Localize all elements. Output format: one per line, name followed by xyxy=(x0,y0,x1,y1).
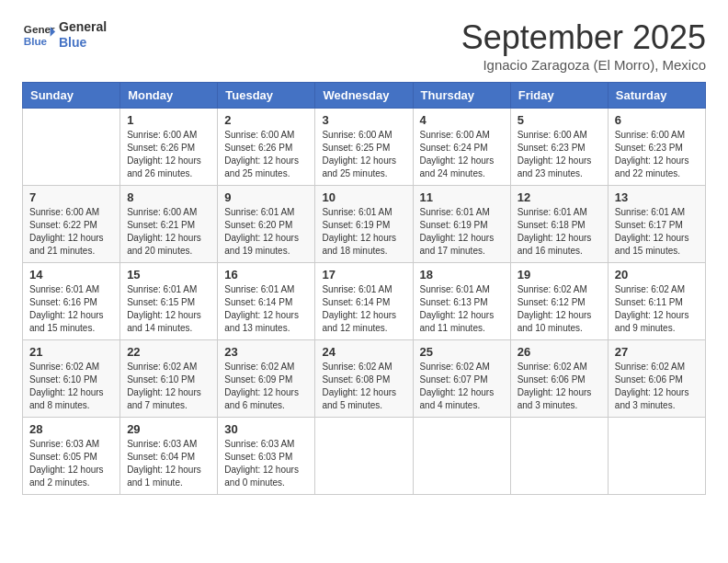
calendar-day-cell: 26Sunrise: 6:02 AM Sunset: 6:06 PM Dayli… xyxy=(510,340,608,418)
weekday-header-cell: Wednesday xyxy=(315,83,413,109)
calendar-day-cell: 11Sunrise: 6:01 AM Sunset: 6:19 PM Dayli… xyxy=(413,186,510,263)
day-info: Sunrise: 6:02 AM Sunset: 6:09 PM Dayligh… xyxy=(224,361,308,412)
day-number: 6 xyxy=(615,113,699,127)
day-info: Sunrise: 6:01 AM Sunset: 6:19 PM Dayligh… xyxy=(420,206,504,258)
day-number: 14 xyxy=(29,268,113,282)
day-info: Sunrise: 6:01 AM Sunset: 6:18 PM Dayligh… xyxy=(518,206,601,258)
calendar-day-cell: 6Sunrise: 6:00 AM Sunset: 6:23 PM Daylig… xyxy=(608,109,705,186)
day-info: Sunrise: 6:03 AM Sunset: 6:05 PM Dayligh… xyxy=(29,438,113,489)
calendar-day-cell: 9Sunrise: 6:01 AM Sunset: 6:20 PM Daylig… xyxy=(218,186,315,263)
day-info: Sunrise: 6:00 AM Sunset: 6:21 PM Dayligh… xyxy=(127,206,210,258)
day-number: 22 xyxy=(127,345,210,359)
calendar-day-cell: 27Sunrise: 6:02 AM Sunset: 6:06 PM Dayli… xyxy=(608,340,705,418)
day-info: Sunrise: 6:00 AM Sunset: 6:22 PM Dayligh… xyxy=(29,206,113,258)
day-number: 16 xyxy=(224,268,308,282)
day-info: Sunrise: 6:01 AM Sunset: 6:19 PM Dayligh… xyxy=(322,206,405,258)
calendar-body: 1Sunrise: 6:00 AM Sunset: 6:26 PM Daylig… xyxy=(23,109,706,495)
day-info: Sunrise: 6:01 AM Sunset: 6:16 PM Dayligh… xyxy=(29,283,113,335)
calendar-day-cell: 25Sunrise: 6:02 AM Sunset: 6:07 PM Dayli… xyxy=(413,340,510,418)
weekday-header-cell: Friday xyxy=(510,83,608,109)
weekday-header-cell: Tuesday xyxy=(218,83,315,109)
calendar-day-cell: 10Sunrise: 6:01 AM Sunset: 6:19 PM Dayli… xyxy=(315,186,413,263)
day-number: 13 xyxy=(615,190,699,204)
calendar-day-cell: 18Sunrise: 6:01 AM Sunset: 6:13 PM Dayli… xyxy=(413,263,510,340)
day-info: Sunrise: 6:01 AM Sunset: 6:14 PM Dayligh… xyxy=(322,283,405,335)
day-info: Sunrise: 6:02 AM Sunset: 6:11 PM Dayligh… xyxy=(615,283,699,335)
calendar-day-cell: 8Sunrise: 6:00 AM Sunset: 6:21 PM Daylig… xyxy=(120,186,218,263)
day-number: 10 xyxy=(322,190,405,204)
day-number: 12 xyxy=(518,190,601,204)
title-area: September 2025 Ignacio Zaragoza (El Morr… xyxy=(461,18,706,73)
calendar-week-row: 21Sunrise: 6:02 AM Sunset: 6:10 PM Dayli… xyxy=(23,340,706,418)
calendar-day-cell: 12Sunrise: 6:01 AM Sunset: 6:18 PM Dayli… xyxy=(510,186,608,263)
calendar-day-cell xyxy=(510,418,608,495)
calendar-day-cell: 19Sunrise: 6:02 AM Sunset: 6:12 PM Dayli… xyxy=(510,263,608,340)
calendar-week-row: 28Sunrise: 6:03 AM Sunset: 6:05 PM Dayli… xyxy=(23,418,706,495)
day-info: Sunrise: 6:00 AM Sunset: 6:23 PM Dayligh… xyxy=(615,129,699,180)
header: General Blue General Blue September 2025… xyxy=(22,18,706,73)
day-info: Sunrise: 6:01 AM Sunset: 6:14 PM Dayligh… xyxy=(224,283,308,335)
day-number: 4 xyxy=(420,113,504,127)
calendar-week-row: 14Sunrise: 6:01 AM Sunset: 6:16 PM Dayli… xyxy=(23,263,706,340)
logo-icon: General Blue xyxy=(22,18,55,52)
day-info: Sunrise: 6:00 AM Sunset: 6:26 PM Dayligh… xyxy=(127,129,210,180)
calendar-day-cell: 17Sunrise: 6:01 AM Sunset: 6:14 PM Dayli… xyxy=(315,263,413,340)
calendar-day-cell: 5Sunrise: 6:00 AM Sunset: 6:23 PM Daylig… xyxy=(510,109,608,186)
calendar-day-cell: 1Sunrise: 6:00 AM Sunset: 6:26 PM Daylig… xyxy=(120,109,218,186)
calendar-day-cell: 30Sunrise: 6:03 AM Sunset: 6:03 PM Dayli… xyxy=(218,418,315,495)
logo: General Blue General Blue xyxy=(22,18,107,52)
day-number: 8 xyxy=(127,190,210,204)
day-info: Sunrise: 6:01 AM Sunset: 6:17 PM Dayligh… xyxy=(615,206,699,258)
day-number: 26 xyxy=(518,345,601,359)
day-number: 9 xyxy=(224,190,308,204)
calendar-day-cell xyxy=(413,418,510,495)
day-number: 1 xyxy=(127,113,210,127)
day-info: Sunrise: 6:01 AM Sunset: 6:13 PM Dayligh… xyxy=(420,283,504,335)
day-number: 18 xyxy=(420,268,504,282)
day-info: Sunrise: 6:02 AM Sunset: 6:08 PM Dayligh… xyxy=(322,361,405,412)
calendar-day-cell: 3Sunrise: 6:00 AM Sunset: 6:25 PM Daylig… xyxy=(315,109,413,186)
day-info: Sunrise: 6:03 AM Sunset: 6:04 PM Dayligh… xyxy=(127,438,210,489)
logo-line1: General xyxy=(59,19,107,35)
weekday-header-cell: Monday xyxy=(120,83,218,109)
day-info: Sunrise: 6:02 AM Sunset: 6:10 PM Dayligh… xyxy=(29,361,113,412)
day-number: 30 xyxy=(224,422,308,436)
day-info: Sunrise: 6:02 AM Sunset: 6:06 PM Dayligh… xyxy=(615,361,699,412)
day-number: 25 xyxy=(420,345,504,359)
day-info: Sunrise: 6:00 AM Sunset: 6:23 PM Dayligh… xyxy=(518,129,601,180)
day-number: 5 xyxy=(518,113,601,127)
svg-text:Blue: Blue xyxy=(24,35,48,47)
day-number: 28 xyxy=(29,422,113,436)
day-info: Sunrise: 6:02 AM Sunset: 6:12 PM Dayligh… xyxy=(518,283,601,335)
weekday-header-row: SundayMondayTuesdayWednesdayThursdayFrid… xyxy=(23,83,706,109)
calendar-week-row: 7Sunrise: 6:00 AM Sunset: 6:22 PM Daylig… xyxy=(23,186,706,263)
day-number: 21 xyxy=(29,345,113,359)
calendar-day-cell: 21Sunrise: 6:02 AM Sunset: 6:10 PM Dayli… xyxy=(23,340,120,418)
weekday-header-cell: Sunday xyxy=(23,83,120,109)
calendar-day-cell: 14Sunrise: 6:01 AM Sunset: 6:16 PM Dayli… xyxy=(23,263,120,340)
month-title: September 2025 xyxy=(461,18,706,57)
weekday-header-cell: Thursday xyxy=(413,83,510,109)
calendar-table: SundayMondayTuesdayWednesdayThursdayFrid… xyxy=(22,82,706,495)
day-number: 15 xyxy=(127,268,210,282)
calendar-day-cell: 29Sunrise: 6:03 AM Sunset: 6:04 PM Dayli… xyxy=(120,418,218,495)
calendar-week-row: 1Sunrise: 6:00 AM Sunset: 6:26 PM Daylig… xyxy=(23,109,706,186)
calendar-day-cell xyxy=(23,109,120,186)
day-info: Sunrise: 6:02 AM Sunset: 6:10 PM Dayligh… xyxy=(127,361,210,412)
calendar-day-cell: 24Sunrise: 6:02 AM Sunset: 6:08 PM Dayli… xyxy=(315,340,413,418)
day-number: 2 xyxy=(224,113,308,127)
day-info: Sunrise: 6:01 AM Sunset: 6:15 PM Dayligh… xyxy=(127,283,210,335)
day-number: 19 xyxy=(518,268,601,282)
calendar-day-cell: 4Sunrise: 6:00 AM Sunset: 6:24 PM Daylig… xyxy=(413,109,510,186)
day-number: 29 xyxy=(127,422,210,436)
day-number: 11 xyxy=(420,190,504,204)
calendar-day-cell: 16Sunrise: 6:01 AM Sunset: 6:14 PM Dayli… xyxy=(218,263,315,340)
day-number: 17 xyxy=(322,268,405,282)
day-number: 27 xyxy=(615,345,699,359)
location-title: Ignacio Zaragoza (El Morro), Mexico xyxy=(461,57,706,73)
calendar-day-cell: 28Sunrise: 6:03 AM Sunset: 6:05 PM Dayli… xyxy=(23,418,120,495)
day-number: 23 xyxy=(224,345,308,359)
calendar-day-cell xyxy=(315,418,413,495)
day-info: Sunrise: 6:02 AM Sunset: 6:07 PM Dayligh… xyxy=(420,361,504,412)
day-info: Sunrise: 6:02 AM Sunset: 6:06 PM Dayligh… xyxy=(518,361,601,412)
